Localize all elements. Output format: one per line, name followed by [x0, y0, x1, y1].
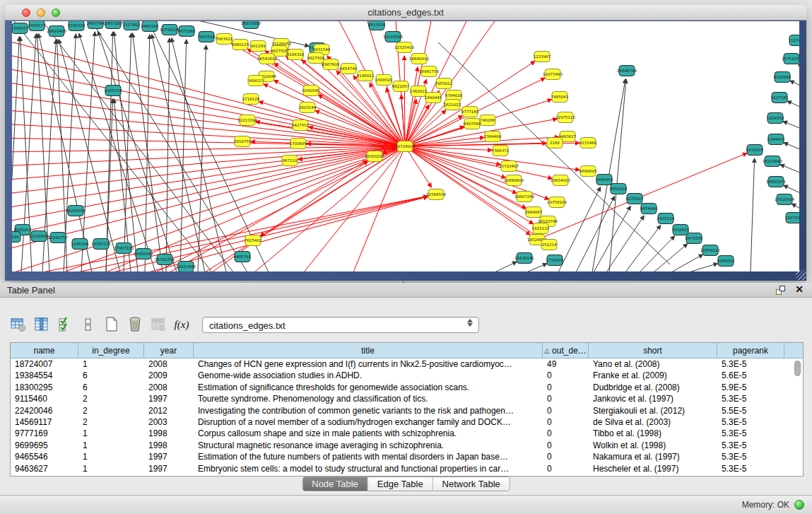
resize-grip-icon[interactable] — [796, 270, 806, 280]
graph-node[interactable]: 9245852 — [717, 256, 735, 267]
graph-node-selected[interactable]: 15720407 — [499, 161, 519, 172]
table-row[interactable]: 1456911722003Disruption of a novel membe… — [11, 416, 803, 428]
graph-node[interactable]: 9485791 — [234, 252, 252, 262]
graph-node-selected[interactable]: 252214 — [541, 240, 557, 250]
graph-node-selected[interactable]: 2718126 — [242, 94, 260, 105]
table-selector[interactable]: citations_edges.txt — [202, 317, 479, 333]
graph-node[interactable]: 16782759 — [155, 255, 175, 265]
table-scrollbar-thumb[interactable] — [794, 361, 801, 376]
graph-node[interactable]: 19218506 — [383, 32, 403, 42]
graph-node-selected[interactable]: 9960125 — [232, 40, 249, 50]
tab-network-table[interactable]: Network Table — [433, 477, 510, 491]
graph-node-selected[interactable]: 18300295 — [365, 151, 384, 162]
graph-node-selected[interactable]: 8427552 — [292, 120, 310, 131]
graph-node[interactable]: 7632621 — [672, 225, 690, 235]
graph-node-selected[interactable]: 2967608 — [322, 59, 340, 70]
graph-node[interactable]: 6671388 — [178, 26, 196, 37]
graph-node-selected[interactable]: 12325419 — [394, 42, 414, 53]
graph-node[interactable]: 1167531 — [785, 213, 799, 223]
graph-node[interactable]: 2493794 — [87, 21, 105, 29]
graph-node-selected[interactable]: 7386372 — [492, 146, 510, 156]
graph-node-selected[interactable]: 1700699 — [290, 139, 307, 149]
table-row[interactable]: 1830029562008Estimation of significance … — [11, 382, 803, 393]
graph-node[interactable]: 13505135 — [91, 239, 111, 250]
graph-node-selected[interactable]: 12213394 — [237, 115, 257, 126]
table-row[interactable]: 911546021997Tourette syndrome. Phenomeno… — [11, 393, 803, 404]
graph-node[interactable]: 10719195 — [160, 25, 180, 35]
table-row[interactable]: 946362711997Embryonic stem cells: a mode… — [11, 463, 803, 474]
graph-node-selected[interactable]: 1621022 — [444, 100, 461, 110]
graph-node[interactable]: 12923446 — [176, 262, 196, 272]
graph-node-selected[interactable]: 19384554 — [426, 189, 446, 200]
graph-node-selected[interactable]: 1615132 — [532, 223, 550, 234]
graph-node-selected[interactable]: 18640910 — [409, 54, 429, 64]
graph-node[interactable]: 8958924 — [610, 184, 628, 194]
graph-node-selected[interactable]: 18807249 — [514, 192, 534, 202]
graph-node-selected[interactable]: 18724007 — [395, 141, 415, 152]
graph-node[interactable]: 9474444 — [640, 204, 658, 214]
graph-node[interactable]: 11156889 — [29, 231, 49, 242]
graph-node[interactable]: 1340557 — [12, 23, 29, 34]
graph-node-selected[interactable]: 12975115 — [555, 112, 575, 123]
column-header-pagerank[interactable]: pagerank — [717, 343, 784, 358]
graph-node-selected[interactable]: 9115460 — [579, 138, 597, 148]
close-panel-icon[interactable]: ✕ — [795, 284, 804, 295]
column-header-title[interactable]: title — [194, 343, 543, 358]
graph-node-selected[interactable]: 1588520 — [375, 75, 393, 86]
graph-node[interactable]: 12942757 — [48, 233, 68, 243]
network-window-titlebar[interactable]: citations_edges.txt — [5, 5, 806, 21]
graph-node[interactable]: 15692971 — [766, 177, 786, 187]
graph-node[interactable]: 10654112 — [700, 245, 720, 256]
table-row[interactable]: 946554611997Estimation of the future num… — [11, 451, 803, 462]
new-document-icon[interactable] — [103, 316, 120, 333]
graph-node[interactable]: 8813054 — [368, 21, 386, 30]
graph-node[interactable]: 8471676 — [686, 233, 703, 244]
graph-node-selected[interactable]: 9777169 — [461, 107, 479, 117]
table-row[interactable]: 2242004622012Investigating the contribut… — [11, 405, 803, 416]
graph-node[interactable]: 9329965 — [774, 72, 792, 83]
graph-node[interactable]: 20206556 — [66, 206, 86, 216]
table-row[interactable]: 1872400712008Changes of HCN gene express… — [11, 358, 803, 370]
tab-node-table[interactable]: Node Table — [302, 477, 368, 491]
graph-node-selected[interactable]: 1990445 — [425, 93, 442, 103]
graph-node[interactable]: 39199 — [12, 232, 20, 243]
graph-node-selected[interactable]: 9699695 — [579, 166, 597, 177]
table-row[interactable]: 977716911998Corpus callosum shape and si… — [11, 428, 803, 439]
graph-node[interactable]: 1117404 — [789, 35, 799, 46]
graph-node-selected[interactable]: 16961758 — [419, 66, 439, 77]
graph-node-selected[interactable]: 9242848 — [302, 86, 320, 96]
graph-node[interactable]: 16648784 — [617, 66, 637, 76]
graph-node-selected[interactable]: 19654923 — [551, 175, 570, 186]
graph-node-selected[interactable]: 1810755 — [234, 136, 252, 147]
graph-node[interactable]: 1244415 — [767, 134, 785, 145]
graph-node-selected[interactable]: 8454749 — [340, 64, 358, 74]
graph-node[interactable]: 17016504 — [775, 194, 794, 205]
graph-node[interactable]: 2005334 — [105, 86, 122, 96]
trash-icon[interactable] — [126, 316, 143, 333]
column-header-short[interactable]: short — [589, 343, 717, 358]
graph-node[interactable]: 17957223 — [114, 243, 134, 254]
graph-node-selected[interactable]: 2684067 — [525, 207, 543, 218]
graph-node[interactable]: 15751074 — [782, 54, 799, 64]
graph-node[interactable]: 1209358 — [767, 113, 784, 124]
graph-node[interactable]: 6466160 — [141, 21, 159, 32]
table-row[interactable]: 1938455462009Genome-wide association stu… — [11, 370, 803, 381]
graph-node[interactable]: 1733426 — [546, 255, 564, 266]
column-header-in_degree[interactable]: in_degree — [78, 343, 144, 358]
column-header-name[interactable]: name — [11, 343, 78, 358]
graph-node-selected[interactable]: 7955812 — [435, 78, 453, 89]
graph-node-selected[interactable]: 8186328 — [287, 49, 305, 60]
graph-node-selected[interactable]: 9146821 — [357, 71, 375, 81]
graph-node-selected[interactable]: 867110 — [282, 156, 298, 166]
graph-node-selected[interactable]: 6497568 — [464, 119, 481, 129]
graph-node-selected[interactable]: 10688609 — [504, 175, 524, 186]
graph-node-selected[interactable]: 1213967 — [534, 52, 551, 62]
graph-node-selected[interactable]: 746266 — [480, 115, 495, 126]
table-settings-icon[interactable] — [10, 316, 27, 333]
graph-node-selected[interactable]: 989013 — [248, 76, 264, 86]
function-builder-icon[interactable]: f(x) — [173, 316, 190, 333]
graph-node[interactable]: 1145194 — [71, 239, 89, 250]
network-canvas[interactable]: 1872400713405572405571206914067249324249… — [12, 21, 799, 271]
tab-edge-table[interactable]: Edge Table — [368, 477, 433, 491]
graph-node[interactable]: 2405571 — [28, 21, 46, 31]
